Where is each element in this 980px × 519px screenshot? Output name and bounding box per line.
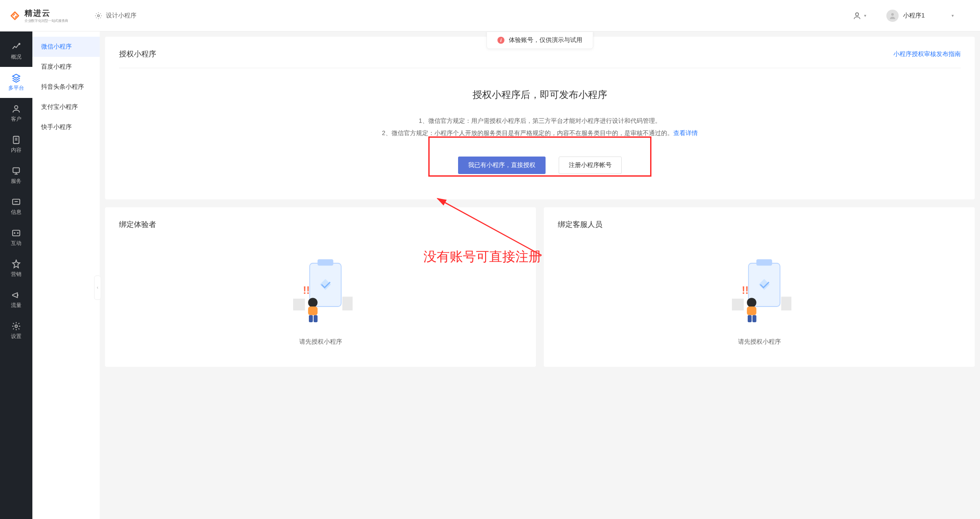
service-icon	[11, 166, 21, 176]
user-menu-trigger[interactable]: ▾	[853, 11, 866, 20]
svg-point-9	[14, 233, 15, 233]
nav-interact[interactable]: 互动	[0, 222, 32, 253]
auth-card-title: 授权小程序	[119, 49, 156, 59]
interact-icon	[11, 228, 21, 238]
nav-info[interactable]: 信息	[0, 191, 32, 222]
svg-rect-19	[313, 315, 317, 322]
register-button[interactable]: 注册小程序帐号	[559, 157, 622, 174]
sub-item-kuaishou[interactable]: 快手小程序	[32, 117, 100, 137]
svg-point-3	[19, 43, 20, 45]
bind-service-title: 绑定客服人员	[558, 219, 961, 230]
nav-overview[interactable]: 概况	[0, 36, 32, 67]
svg-rect-13	[317, 259, 333, 265]
avatar	[886, 10, 899, 22]
empty-illustration: !!	[281, 251, 360, 330]
svg-point-16	[308, 298, 318, 307]
notice-text: 体验账号，仅供演示与试用	[509, 36, 582, 44]
empty-illustration: !!	[720, 251, 799, 330]
auth-rules: 1、微信官方规定：用户需授权小程序后，第三方平台才能对小程序进行设计和代码管理。…	[382, 115, 698, 139]
logo-icon	[9, 10, 21, 22]
nav-rail: 概况 多平台 客户 内容 服务 信息	[0, 31, 32, 519]
svg-point-11	[15, 325, 18, 327]
nav-customers[interactable]: 客户	[0, 98, 32, 129]
logo[interactable]: 精进云 企业数字化转型一站式服务商	[9, 8, 68, 23]
gear-icon	[94, 12, 102, 20]
design-link[interactable]: 设计小程序	[94, 12, 136, 20]
sub-sidebar: 微信小程序 百度小程序 抖音头条小程序 支付宝小程序 快手小程序 ‹	[32, 31, 100, 519]
svg-point-4	[14, 106, 18, 109]
nav-service[interactable]: 服务	[0, 160, 32, 191]
layers-icon	[11, 73, 21, 83]
message-icon	[11, 197, 21, 207]
bind-tester-title: 绑定体验者	[119, 219, 522, 230]
notice-pill: i 体验账号，仅供演示与试用	[486, 31, 593, 49]
nav-settings[interactable]: 设置	[0, 315, 32, 346]
program-selected-label: 小程序1	[903, 12, 925, 20]
sub-item-wechat[interactable]: 微信小程序	[32, 37, 100, 57]
nav-traffic[interactable]: 流量	[0, 284, 32, 315]
svg-rect-27	[748, 315, 752, 322]
nav-marketing[interactable]: 营销	[0, 253, 32, 284]
svg-point-1	[856, 13, 859, 16]
person-icon	[853, 11, 861, 20]
main-content: i 体验账号，仅供演示与试用 授权小程序 小程序授权审核发布指南 授权小程序后，…	[100, 31, 980, 519]
svg-point-25	[747, 298, 756, 307]
svg-point-10	[18, 233, 18, 233]
svg-rect-26	[747, 307, 756, 315]
sub-item-douyin[interactable]: 抖音头条小程序	[32, 77, 100, 97]
bind-tester-card: 绑定体验者 !!	[105, 207, 536, 367]
settings-icon	[11, 321, 21, 331]
svg-rect-22	[756, 259, 772, 265]
auth-guide-link[interactable]: 小程序授权审核发布指南	[893, 50, 961, 58]
svg-rect-8	[13, 230, 20, 236]
svg-rect-14	[293, 299, 305, 310]
user-icon	[11, 104, 21, 114]
svg-rect-15	[342, 297, 352, 311]
top-header: 精进云 企业数字化转型一站式服务商 设计小程序 ▾ 小程序1	[0, 0, 980, 31]
bind-service-placeholder: 请先授权小程序	[738, 338, 781, 346]
svg-rect-28	[752, 315, 756, 322]
program-selector[interactable]: 小程序1 ▾	[884, 7, 962, 24]
svg-rect-23	[732, 299, 744, 310]
logo-title: 精进云	[24, 8, 68, 18]
svg-text:!!: !!	[742, 285, 749, 296]
nav-multiplatform[interactable]: 多平台	[0, 67, 32, 98]
sub-item-baidu[interactable]: 百度小程序	[32, 57, 100, 77]
file-icon	[11, 135, 21, 145]
tag-icon	[11, 259, 21, 269]
chevron-down-icon: ▾	[864, 13, 866, 18]
megaphone-icon	[11, 290, 21, 300]
see-more-link[interactable]: 查看详情	[673, 129, 698, 136]
logo-subtitle: 企业数字化转型一站式服务商	[24, 18, 68, 23]
nav-content[interactable]: 内容	[0, 129, 32, 160]
chart-icon	[11, 42, 21, 52]
svg-point-0	[98, 14, 100, 17]
chevron-down-icon: ▾	[952, 13, 954, 18]
svg-text:!!: !!	[303, 285, 310, 296]
svg-point-2	[891, 13, 894, 16]
bind-tester-placeholder: 请先授权小程序	[299, 338, 342, 346]
auth-heading: 授权小程序后，即可发布小程序	[128, 88, 952, 101]
auth-card: 授权小程序 小程序授权审核发布指南 授权小程序后，即可发布小程序 1、微信官方规…	[105, 37, 975, 199]
design-link-label: 设计小程序	[106, 12, 136, 20]
authorize-button[interactable]: 我已有小程序，直接授权	[458, 157, 546, 174]
svg-rect-24	[781, 297, 791, 311]
svg-rect-18	[309, 315, 313, 322]
svg-rect-6	[13, 168, 20, 173]
info-icon: i	[497, 37, 504, 44]
bind-service-card: 绑定客服人员 !!	[544, 207, 975, 367]
sub-item-alipay[interactable]: 支付宝小程序	[32, 97, 100, 117]
svg-rect-17	[308, 307, 318, 315]
